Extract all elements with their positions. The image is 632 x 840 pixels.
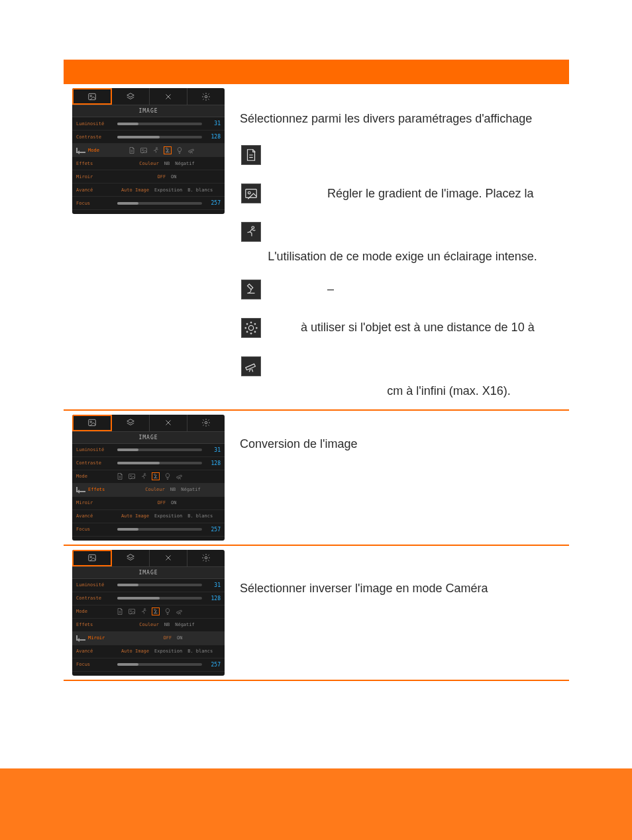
osd-tab-layers[interactable] <box>112 550 150 566</box>
mode-item-macro-text: à utiliser si l'objet est à une distance… <box>268 319 565 335</box>
enter-icon <box>76 487 85 492</box>
footer-band <box>0 768 632 840</box>
osd-tab-image[interactable] <box>72 550 112 566</box>
osd-panel-mode: IMAGE Luminosité 31 Contraste 128 Mode <box>72 88 225 214</box>
section-mode: IMAGE Luminosité 31 Contraste 128 Mode <box>64 84 569 411</box>
osd-tab-settings[interactable] <box>187 415 225 431</box>
osd-row-luminosite[interactable]: Luminosité 31 <box>72 117 225 131</box>
mode-telescope-icon[interactable] <box>187 146 195 154</box>
mode-lead-text: Sélectionnez parmi les divers paramétrag… <box>240 111 565 127</box>
osd-row-avance[interactable]: Avancé Auto Image Exposition B. blancs <box>72 184 225 197</box>
osd-tab-settings[interactable] <box>187 88 225 105</box>
gear-dots-icon <box>241 318 261 338</box>
osd-row-focus[interactable]: Focus 257 <box>72 197 225 210</box>
osd-row-miroir[interactable]: Miroir OFF ON <box>72 170 225 184</box>
mode-photo-icon[interactable] <box>140 146 148 154</box>
mode-doc-icon[interactable] <box>128 146 136 154</box>
miroir-lead-text: Sélectionner inverser l'image en mode Ca… <box>240 580 565 596</box>
enter-icon <box>76 635 85 641</box>
mode-item-photo-text: Régler le gradient de l'image. Placez la <box>268 185 565 201</box>
osd-tab-tools[interactable] <box>150 415 187 431</box>
osd-row-miroir[interactable]: Miroir OFFON <box>72 632 225 645</box>
osd-tab-image[interactable] <box>72 88 112 105</box>
osd-tab-tools[interactable] <box>150 550 187 566</box>
microscope-icon <box>241 280 261 299</box>
osd-panel-miroir: IMAGE Luminosité31 Contraste128 Mode Eff… <box>72 550 225 676</box>
osd-row-contraste[interactable]: Contraste 128 <box>72 131 225 144</box>
section-effets: IMAGE Luminosité31 Contraste128 Mode Eff… <box>64 411 569 546</box>
mode-item-micro-text: – <box>268 281 565 297</box>
enter-icon <box>76 148 85 153</box>
section-miroir: IMAGE Luminosité31 Contraste128 Mode Eff… <box>64 546 569 681</box>
osd-tab-tools[interactable] <box>150 88 187 105</box>
osd-title: IMAGE <box>72 105 225 117</box>
osd-row-effets[interactable]: Effets Couleur NB Négatif <box>72 157 225 170</box>
osd-row-effets[interactable]: Effets CouleurNBNégatif <box>72 484 225 497</box>
photo-icon <box>241 184 261 203</box>
mode-runner-icon[interactable] <box>152 146 160 154</box>
mode-bulb-icon[interactable] <box>176 146 184 154</box>
osd-tab-layers[interactable] <box>112 88 150 105</box>
osd-title: IMAGE <box>72 567 225 579</box>
osd-panel-effets: IMAGE Luminosité31 Contraste128 Mode Eff… <box>72 415 225 541</box>
header-band <box>64 60 569 84</box>
doc-icon <box>241 145 261 165</box>
osd-tab-layers[interactable] <box>112 415 150 431</box>
effets-lead-text: Conversion de l'image <box>240 436 565 452</box>
runner-icon <box>241 222 261 242</box>
osd-row-mode[interactable]: Mode <box>72 144 225 157</box>
telescope-icon <box>241 356 261 376</box>
mode-item-runner-text: L'utilisation de ce mode exige un éclair… <box>268 248 537 264</box>
osd-tab-settings[interactable] <box>187 550 225 566</box>
mode-microscope-icon[interactable] <box>164 146 172 154</box>
osd-tab-image[interactable] <box>72 415 112 431</box>
mode-item-tele-text: cm à l'infini (max. X16). <box>294 383 511 399</box>
osd-title: IMAGE <box>72 432 225 444</box>
